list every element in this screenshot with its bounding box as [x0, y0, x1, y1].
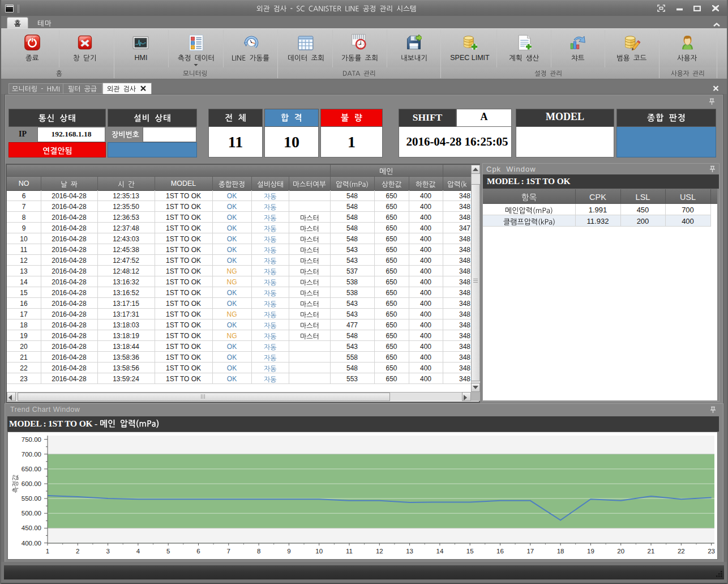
svg-text:14: 14	[436, 548, 444, 555]
svg-text:21: 21	[648, 548, 655, 555]
svg-text:15: 15	[466, 548, 474, 555]
svg-text:550.00: 550.00	[22, 495, 41, 502]
svg-text:7: 7	[227, 548, 230, 555]
svg-text:23: 23	[708, 548, 715, 555]
svg-text:9: 9	[287, 548, 290, 555]
svg-text:450.00: 450.00	[22, 525, 41, 531]
svg-text:3: 3	[106, 548, 109, 555]
svg-text:18: 18	[557, 548, 564, 555]
svg-text:700.00: 700.00	[22, 451, 41, 458]
svg-text:5: 5	[166, 548, 170, 555]
svg-text:750.00: 750.00	[22, 436, 41, 443]
svg-text:6: 6	[196, 548, 200, 555]
svg-text:12: 12	[376, 548, 383, 555]
svg-text:22: 22	[678, 548, 685, 555]
svg-text:13: 13	[406, 548, 413, 555]
svg-text:10: 10	[315, 548, 323, 555]
svg-text:650.00: 650.00	[22, 466, 41, 472]
svg-text:19: 19	[587, 548, 594, 555]
svg-text:11: 11	[346, 548, 353, 555]
svg-text:400.00: 400.00	[22, 540, 41, 547]
svg-text:20: 20	[617, 548, 624, 555]
svg-text:1: 1	[46, 548, 49, 555]
svg-text:500.00: 500.00	[22, 510, 41, 517]
svg-text:8: 8	[257, 548, 260, 555]
svg-text:2: 2	[76, 548, 79, 555]
svg-text:4: 4	[136, 548, 140, 555]
svg-text:17: 17	[526, 548, 534, 555]
svg-text:16: 16	[496, 548, 504, 555]
svg-text:600.00: 600.00	[22, 480, 41, 487]
